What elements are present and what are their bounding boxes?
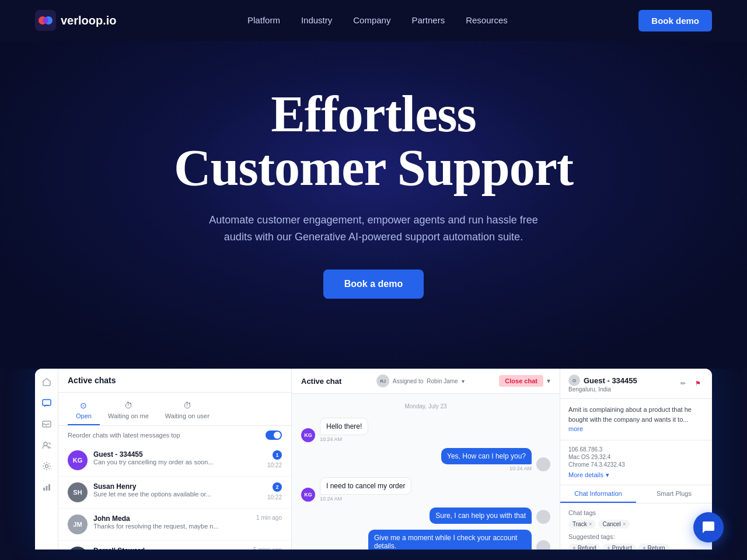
- tab-chat-information[interactable]: Chat Information: [560, 485, 636, 503]
- tag-label: Track: [573, 521, 587, 527]
- svg-point-3: [43, 18, 48, 23]
- nav-partners[interactable]: Partners: [411, 15, 445, 25]
- waiting-me-icon: ⏱: [124, 401, 132, 410]
- suggested-tag-refund[interactable]: Refund: [568, 544, 601, 550]
- panel-tabs: Chat Information Smart Plugs: [560, 485, 712, 503]
- tech-info: 106.68.786.3 Mac OS 29.32.4 Chrome 74.3.…: [560, 440, 712, 485]
- chevron-down-icon: ▾: [462, 378, 465, 384]
- right-panel: G Guest - 334455 Bengaluru, India ✏ ⚑ Am…: [560, 369, 712, 550]
- complaint-content: Amit is complaining about a product that…: [568, 406, 692, 423]
- chat-tags-section: Chat tags Track × Cancel × Suggested tag…: [560, 503, 712, 550]
- chat-item-preview: Thanks for resolving the request, maybe …: [93, 523, 222, 530]
- assigned-to-name: Robin Jame: [427, 378, 458, 384]
- more-details-label: More details: [568, 471, 603, 478]
- dashboard-preview: Active chats ⊙ Open ⏱ Waiting on me ⏱ Wa…: [0, 369, 747, 550]
- avatar: KG: [68, 450, 88, 470]
- chat-item-name: Darrell Steward: [93, 547, 247, 550]
- suggested-tag-return[interactable]: Return: [638, 544, 669, 550]
- chat-time: 5 mins ago: [253, 547, 282, 550]
- nav-resources[interactable]: Resources: [466, 15, 508, 25]
- chat-item-name: Guest - 334455: [93, 450, 261, 459]
- tab-waiting-me[interactable]: ⏱ Waiting on me: [100, 397, 157, 425]
- chat-item-meta: 2 10:22: [267, 482, 282, 501]
- active-chat-header: Active chat RJ Assigned to Robin Jame ▾ …: [292, 369, 560, 394]
- tab-waiting-me-label: Waiting on me: [108, 412, 149, 419]
- users-icon[interactable]: [40, 439, 53, 452]
- tag-cancel: Cancel ×: [598, 520, 630, 528]
- chat-item[interactable]: DS Darrell Steward Tried reaching out th…: [58, 541, 291, 550]
- chat-item-meta: 1 10:22: [267, 450, 282, 468]
- navbar: verloop.io Platform Industry Company Par…: [0, 0, 747, 41]
- tag-remove-track[interactable]: ×: [589, 521, 592, 527]
- nav-links: Platform Industry Company Partners Resou…: [247, 15, 508, 26]
- chat-item-name: Susan Henry: [93, 482, 261, 491]
- chat-sidebar-header: Active chats: [58, 369, 291, 393]
- message-time: 10:24 AM: [320, 496, 411, 502]
- tags-row: Track × Cancel ×: [568, 520, 704, 528]
- chat-item-content: John Meda Thanks for resolving the reque…: [93, 514, 250, 530]
- nav-industry[interactable]: Industry: [301, 15, 332, 25]
- chat-item[interactable]: JM John Meda Thanks for resolving the re…: [58, 509, 291, 541]
- assigned-to-label: Assigned to: [393, 378, 423, 384]
- avatar: DS: [68, 547, 88, 550]
- inbox-icon[interactable]: [40, 418, 53, 430]
- tag-label: Cancel: [602, 521, 620, 527]
- user-avatar: [536, 457, 550, 471]
- close-chat-button[interactable]: Close chat: [499, 375, 543, 387]
- edit-icon[interactable]: ✏: [677, 378, 689, 390]
- date-divider: Monday, July 23: [301, 403, 550, 410]
- chat-time: 10:22: [267, 462, 282, 468]
- reorder-toggle[interactable]: [266, 430, 282, 440]
- tab-smart-plugs[interactable]: Smart Plugs: [636, 485, 712, 503]
- waiting-user-icon: ⏱: [183, 401, 191, 410]
- chat-list: KG Guest - 334455 Can you try cancelling…: [58, 444, 291, 550]
- flag-icon[interactable]: ⚑: [692, 378, 704, 390]
- chevron-down-icon: ▾: [606, 471, 609, 479]
- suggested-tag-product[interactable]: Product: [603, 544, 636, 550]
- chat-item-meta: 1 min ago: [256, 514, 282, 521]
- logo-icon: [35, 10, 56, 31]
- nav-company[interactable]: Company: [353, 15, 390, 25]
- logo[interactable]: verloop.io: [35, 10, 117, 31]
- guest-name: Guest - 334455: [584, 376, 637, 385]
- nav-book-demo-button[interactable]: Book demo: [638, 10, 712, 32]
- user-avatar: [536, 540, 550, 550]
- message-bubble: Yes, How can I help you?: [441, 448, 532, 464]
- chat-tabs-row: ⊙ Open ⏱ Waiting on me ⏱ Waiting on user: [58, 393, 291, 426]
- analytics-icon[interactable]: [40, 481, 53, 494]
- tag-remove-cancel[interactable]: ×: [623, 521, 626, 527]
- home-icon[interactable]: [40, 376, 53, 388]
- svg-rect-9: [46, 486, 47, 491]
- dashboard-container: Active chats ⊙ Open ⏱ Waiting on me ⏱ Wa…: [35, 369, 712, 550]
- settings-icon[interactable]: [40, 460, 53, 473]
- svg-point-7: [45, 465, 48, 468]
- right-panel-header: G Guest - 334455 Bengaluru, India ✏ ⚑: [560, 369, 712, 399]
- message-bubble: I need to cancel my order: [320, 477, 411, 495]
- svg-point-6: [44, 442, 47, 446]
- chat-item-preview: Sure let me see the options available or…: [93, 491, 222, 498]
- active-chats-title: Active chats: [68, 376, 116, 385]
- guest-location: Bengaluru, India: [568, 386, 637, 393]
- message-bubble: Give me a moment while I check your acco…: [368, 530, 532, 550]
- message-content: I need to cancel my order 10:24 AM: [320, 477, 411, 502]
- chat-bubble-button[interactable]: [693, 512, 724, 542]
- tab-open[interactable]: ⊙ Open: [68, 397, 100, 425]
- chat-icon[interactable]: [40, 397, 53, 410]
- chat-badge: 2: [273, 482, 282, 492]
- chat-item[interactable]: SH Susan Henry Sure let me see the optio…: [58, 477, 291, 509]
- message-row: Yes, How can I help you? 10:24 AM: [301, 448, 550, 471]
- right-panel-icons: ✏ ⚑: [677, 378, 704, 390]
- chat-item-meta: 5 mins ago: [253, 547, 282, 550]
- chat-messages: Monday, July 23 KG Hello there! 10:24 AM…: [292, 394, 560, 550]
- assigned-avatar: RJ: [376, 374, 389, 387]
- tab-waiting-user[interactable]: ⏱ Waiting on user: [157, 397, 218, 425]
- hero-cta-button[interactable]: Book a demo: [323, 270, 424, 299]
- more-link[interactable]: more: [568, 425, 583, 432]
- more-details-link[interactable]: More details ▾: [568, 471, 704, 479]
- chat-item[interactable]: KG Guest - 334455 Can you try cancelling…: [58, 444, 291, 477]
- svg-rect-4: [43, 400, 51, 405]
- avatar: JM: [68, 514, 88, 534]
- nav-platform[interactable]: Platform: [247, 15, 280, 25]
- chat-time: 10:22: [267, 494, 282, 501]
- user-avatar: [536, 510, 550, 524]
